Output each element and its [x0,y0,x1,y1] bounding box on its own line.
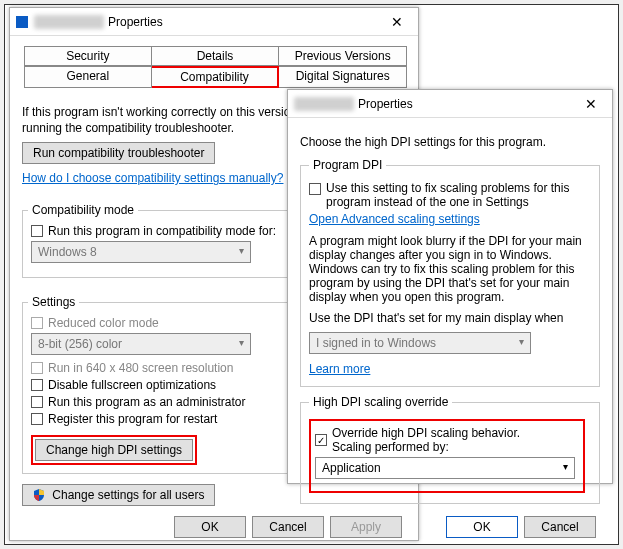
run-troubleshooter-button[interactable]: Run compatibility troubleshooter [22,142,215,164]
settings-label: Settings [28,295,79,309]
chevron-down-icon: ▾ [239,245,244,259]
tabs: Security Details Previous Versions Gener… [22,44,409,90]
program-dpi-legend: Program DPI [309,158,386,172]
color-depth-select: 8-bit (256) color▾ [31,333,251,355]
dpi-intro: Choose the high DPI settings for this pr… [300,134,600,150]
scaling-select[interactable]: Application▾ [315,457,575,479]
tab-details[interactable]: Details [152,46,280,66]
compat-mode-select[interactable]: Windows 8▾ [31,241,251,263]
blurry-text: A program might look blurry if the DPI f… [309,234,591,304]
override-checkbox[interactable]: ✓ Override high DPI scaling behavior.Sca… [315,426,579,454]
dpi-title-suffix: Properties [358,97,413,111]
tab-previous-versions[interactable]: Previous Versions [279,46,407,66]
manual-settings-link[interactable]: How do I choose compatibility settings m… [22,171,283,185]
program-dpi-group: Program DPI Use this setting to fix scal… [300,158,600,387]
dpi-titlebar[interactable]: Properties ✕ [288,90,612,118]
learn-more-link[interactable]: Learn more [309,362,370,376]
close-icon[interactable]: ✕ [576,91,606,117]
change-dpi-button[interactable]: Change high DPI settings [35,439,193,461]
tab-general[interactable]: General [24,66,152,88]
chevron-down-icon: ▾ [519,336,524,350]
change-all-users-button[interactable]: Change settings for all users [22,484,215,506]
title-suffix: Properties [108,15,163,29]
use-dpi-when-label: Use the DPI that's set for my main displ… [309,310,591,326]
override-legend: High DPI scaling override [309,395,452,409]
titlebar[interactable]: Properties ✕ [10,8,418,36]
tab-security[interactable]: Security [24,46,152,66]
compat-mode-label: Compatibility mode [28,203,138,217]
shield-icon [33,489,45,501]
close-icon[interactable]: ✕ [382,9,412,35]
app-name-blurred [34,15,104,29]
tab-compatibility[interactable]: Compatibility [152,66,280,88]
chevron-down-icon: ▾ [563,461,568,475]
dpi-settings-window: Properties ✕ Choose the high DPI setting… [287,89,613,484]
dpi-ok-button[interactable]: OK [446,516,518,538]
app-icon [16,16,28,28]
dpi-cancel-button[interactable]: Cancel [524,516,596,538]
override-group: High DPI scaling override ✓ Override hig… [300,395,600,504]
use-setting-checkbox[interactable]: Use this setting to fix scaling problems… [309,181,591,209]
open-advanced-link[interactable]: Open Advanced scaling settings [309,212,480,226]
chevron-down-icon: ▾ [239,337,244,351]
dpi-when-select: I signed in to Windows▾ [309,332,531,354]
tab-digital-signatures[interactable]: Digital Signatures [279,66,407,88]
ok-button[interactable]: OK [174,516,246,538]
app-name-blurred [294,97,354,111]
